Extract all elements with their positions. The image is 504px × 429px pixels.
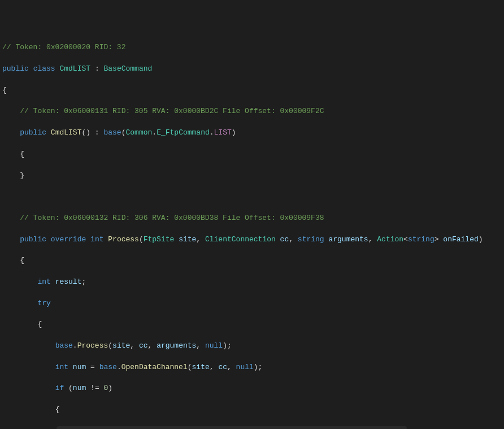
code-line: public override int Process(FtpSite site… [0, 235, 504, 245]
code-line: public CmdLIST() : base(Common.E_FtpComm… [0, 128, 504, 138]
code-line: public class CmdLIST : BaseCommand [0, 64, 504, 75]
code-line: { [0, 85, 504, 96]
code-line [0, 192, 504, 202]
code-line: // Token: 0x06000131 RID: 305 RVA: 0x000… [0, 106, 504, 117]
code-line: if (num != 0) [0, 383, 504, 394]
blurred-region: Less interesting side condition ... [57, 426, 407, 429]
code-line: // Token: 0x02000020 RID: 32 [0, 42, 504, 53]
code-line: { [0, 405, 504, 415]
comment-token: // Token: 0x02000020 RID: 32 [2, 43, 125, 51]
code-line: try [0, 298, 504, 309]
code-line: // Token: 0x06000132 RID: 306 RVA: 0x000… [0, 213, 504, 224]
code-line: { [0, 149, 504, 160]
code-line: base.Process(site, cc, arguments, null); [0, 341, 504, 352]
code-line: int num = base.OpenDataChannel(site, cc,… [0, 362, 504, 373]
code-line: int result; [0, 277, 504, 288]
code-line: { [0, 255, 504, 266]
code-line: } [0, 171, 504, 181]
code-line: { [0, 319, 504, 330]
